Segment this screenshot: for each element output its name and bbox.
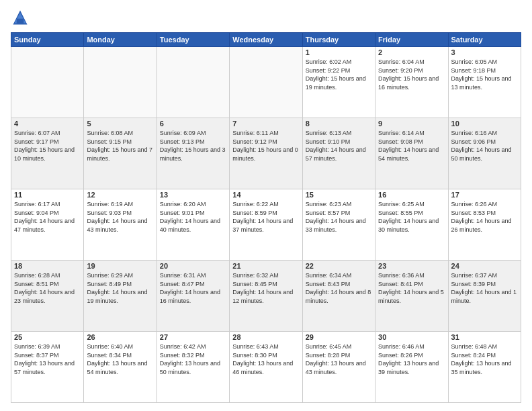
day-info: Sunrise: 6:09 AMSunset: 9:13 PMDaylight:… xyxy=(160,129,226,163)
day-info: Sunrise: 6:39 AMSunset: 8:37 PMDaylight:… xyxy=(14,342,81,376)
calendar-cell: 30Sunrise: 6:46 AMSunset: 8:26 PMDayligh… xyxy=(375,332,448,403)
day-number: 28 xyxy=(232,333,299,341)
calendar-cell: 1Sunrise: 6:02 AMSunset: 9:22 PMDaylight… xyxy=(302,47,375,118)
day-number: 24 xyxy=(451,262,518,270)
day-info: Sunrise: 6:46 AMSunset: 8:26 PMDaylight:… xyxy=(378,342,445,376)
page: SundayMondayTuesdayWednesdayThursdayFrid… xyxy=(0,0,532,411)
day-number: 27 xyxy=(160,333,226,341)
calendar-cell: 17Sunrise: 6:26 AMSunset: 8:53 PMDayligh… xyxy=(448,189,521,261)
day-info: Sunrise: 6:04 AMSunset: 9:20 PMDaylight:… xyxy=(378,58,445,91)
calendar-cell: 25Sunrise: 6:39 AMSunset: 8:37 PMDayligh… xyxy=(11,332,84,403)
calendar-cell: 9Sunrise: 6:14 AMSunset: 9:08 PMDaylight… xyxy=(375,118,448,189)
calendar-header-row: SundayMondayTuesdayWednesdayThursdayFrid… xyxy=(11,33,521,47)
day-number: 21 xyxy=(232,262,299,270)
day-info: Sunrise: 6:40 AMSunset: 8:34 PMDaylight:… xyxy=(87,342,153,376)
day-info: Sunrise: 6:14 AMSunset: 9:08 PMDaylight:… xyxy=(378,129,445,163)
day-info: Sunrise: 6:13 AMSunset: 9:10 PMDaylight:… xyxy=(306,129,372,163)
calendar-cell: 23Sunrise: 6:36 AMSunset: 8:41 PMDayligh… xyxy=(375,261,448,332)
day-number: 18 xyxy=(14,262,81,270)
weekday-header-friday: Friday xyxy=(375,33,448,47)
day-number: 5 xyxy=(87,120,153,128)
weekday-header-monday: Monday xyxy=(84,33,157,47)
day-info: Sunrise: 6:05 AMSunset: 9:18 PMDaylight:… xyxy=(451,58,518,91)
calendar-cell: 31Sunrise: 6:48 AMSunset: 8:24 PMDayligh… xyxy=(448,332,521,403)
day-info: Sunrise: 6:45 AMSunset: 8:28 PMDaylight:… xyxy=(306,342,372,376)
day-info: Sunrise: 6:20 AMSunset: 9:01 PMDaylight:… xyxy=(160,200,226,234)
day-info: Sunrise: 6:16 AMSunset: 9:06 PMDaylight:… xyxy=(451,129,518,163)
day-number: 11 xyxy=(14,191,81,199)
calendar-cell: 20Sunrise: 6:31 AMSunset: 8:47 PMDayligh… xyxy=(157,261,229,332)
day-number: 19 xyxy=(87,262,153,270)
day-number: 2 xyxy=(378,48,445,56)
weekday-header-wednesday: Wednesday xyxy=(230,33,302,47)
calendar-cell: 14Sunrise: 6:22 AMSunset: 8:59 PMDayligh… xyxy=(230,189,302,261)
day-number: 6 xyxy=(160,120,226,128)
calendar-cell: 28Sunrise: 6:43 AMSunset: 8:30 PMDayligh… xyxy=(230,332,302,403)
day-info: Sunrise: 6:17 AMSunset: 9:04 PMDaylight:… xyxy=(14,200,81,234)
calendar-week-2: 4Sunrise: 6:07 AMSunset: 9:17 PMDaylight… xyxy=(11,118,521,189)
day-number: 4 xyxy=(14,120,81,128)
day-number: 7 xyxy=(232,120,299,128)
day-number: 9 xyxy=(378,120,445,128)
weekday-header-tuesday: Tuesday xyxy=(157,33,229,47)
day-info: Sunrise: 6:29 AMSunset: 8:49 PMDaylight:… xyxy=(87,271,153,305)
day-info: Sunrise: 6:43 AMSunset: 8:30 PMDaylight:… xyxy=(232,342,299,376)
weekday-header-sunday: Sunday xyxy=(11,33,84,47)
svg-rect-2 xyxy=(17,19,24,24)
day-info: Sunrise: 6:23 AMSunset: 8:57 PMDaylight:… xyxy=(306,200,372,234)
calendar-cell xyxy=(11,47,84,118)
calendar-cell: 8Sunrise: 6:13 AMSunset: 9:10 PMDaylight… xyxy=(302,118,375,189)
calendar-cell: 24Sunrise: 6:37 AMSunset: 8:39 PMDayligh… xyxy=(448,261,521,332)
calendar-cell: 19Sunrise: 6:29 AMSunset: 8:49 PMDayligh… xyxy=(84,261,157,332)
calendar-cell xyxy=(84,47,157,118)
calendar-cell: 21Sunrise: 6:32 AMSunset: 8:45 PMDayligh… xyxy=(230,261,302,332)
day-number: 29 xyxy=(306,333,372,341)
day-info: Sunrise: 6:07 AMSunset: 9:17 PMDaylight:… xyxy=(14,129,81,163)
calendar-cell: 29Sunrise: 6:45 AMSunset: 8:28 PMDayligh… xyxy=(302,332,375,403)
day-number: 26 xyxy=(87,333,153,341)
header xyxy=(11,8,521,27)
calendar-cell: 5Sunrise: 6:08 AMSunset: 9:15 PMDaylight… xyxy=(84,118,157,189)
day-number: 14 xyxy=(232,191,299,199)
day-number: 23 xyxy=(378,262,445,270)
day-number: 17 xyxy=(451,191,518,199)
day-info: Sunrise: 6:25 AMSunset: 8:55 PMDaylight:… xyxy=(378,200,445,234)
calendar-week-5: 25Sunrise: 6:39 AMSunset: 8:37 PMDayligh… xyxy=(11,332,521,403)
calendar-table: SundayMondayTuesdayWednesdayThursdayFrid… xyxy=(11,32,521,403)
day-info: Sunrise: 6:48 AMSunset: 8:24 PMDaylight:… xyxy=(451,342,518,376)
day-info: Sunrise: 6:32 AMSunset: 8:45 PMDaylight:… xyxy=(232,271,299,305)
weekday-header-saturday: Saturday xyxy=(448,33,521,47)
logo-icon xyxy=(11,8,30,27)
calendar-cell: 6Sunrise: 6:09 AMSunset: 9:13 PMDaylight… xyxy=(157,118,229,189)
day-info: Sunrise: 6:34 AMSunset: 8:43 PMDaylight:… xyxy=(306,271,372,305)
calendar-cell: 11Sunrise: 6:17 AMSunset: 9:04 PMDayligh… xyxy=(11,189,84,261)
calendar-week-3: 11Sunrise: 6:17 AMSunset: 9:04 PMDayligh… xyxy=(11,189,521,261)
day-number: 20 xyxy=(160,262,226,270)
day-info: Sunrise: 6:36 AMSunset: 8:41 PMDaylight:… xyxy=(378,271,445,305)
calendar-cell xyxy=(230,47,302,118)
day-number: 31 xyxy=(451,333,518,341)
day-info: Sunrise: 6:37 AMSunset: 8:39 PMDaylight:… xyxy=(451,271,518,305)
day-info: Sunrise: 6:42 AMSunset: 8:32 PMDaylight:… xyxy=(160,342,226,376)
calendar-week-1: 1Sunrise: 6:02 AMSunset: 9:22 PMDaylight… xyxy=(11,47,521,118)
calendar-cell: 3Sunrise: 6:05 AMSunset: 9:18 PMDaylight… xyxy=(448,47,521,118)
calendar-cell xyxy=(157,47,229,118)
weekday-header-thursday: Thursday xyxy=(302,33,375,47)
day-info: Sunrise: 6:08 AMSunset: 9:15 PMDaylight:… xyxy=(87,129,153,163)
day-number: 22 xyxy=(306,262,372,270)
calendar-cell: 18Sunrise: 6:28 AMSunset: 8:51 PMDayligh… xyxy=(11,261,84,332)
day-info: Sunrise: 6:26 AMSunset: 8:53 PMDaylight:… xyxy=(451,200,518,234)
calendar-cell: 16Sunrise: 6:25 AMSunset: 8:55 PMDayligh… xyxy=(375,189,448,261)
day-info: Sunrise: 6:11 AMSunset: 9:12 PMDaylight:… xyxy=(232,129,299,163)
calendar-cell: 7Sunrise: 6:11 AMSunset: 9:12 PMDaylight… xyxy=(230,118,302,189)
day-number: 16 xyxy=(378,191,445,199)
day-number: 13 xyxy=(160,191,226,199)
calendar-cell: 12Sunrise: 6:19 AMSunset: 9:03 PMDayligh… xyxy=(84,189,157,261)
day-number: 15 xyxy=(306,191,372,199)
day-number: 10 xyxy=(451,120,518,128)
day-info: Sunrise: 6:28 AMSunset: 8:51 PMDaylight:… xyxy=(14,271,81,305)
day-number: 3 xyxy=(451,48,518,56)
day-info: Sunrise: 6:31 AMSunset: 8:47 PMDaylight:… xyxy=(160,271,226,305)
calendar-cell: 2Sunrise: 6:04 AMSunset: 9:20 PMDaylight… xyxy=(375,47,448,118)
day-number: 8 xyxy=(306,120,372,128)
